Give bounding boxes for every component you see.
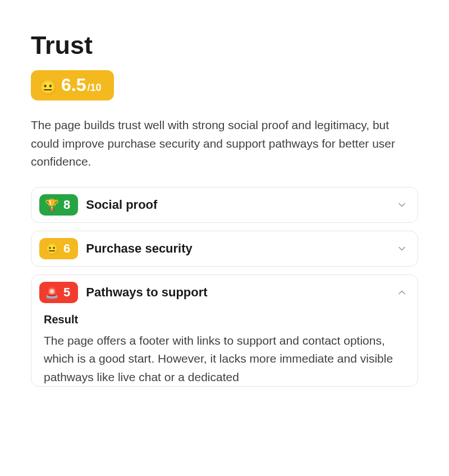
result-text: The page offers a footer with links to s… bbox=[44, 332, 405, 387]
chevron-up-icon bbox=[396, 287, 407, 298]
criterion-purchase-security: 😐 6 Purchase security bbox=[31, 231, 418, 267]
criterion-social-proof: 🏆 8 Social proof bbox=[31, 187, 418, 223]
page-title: Trust bbox=[31, 31, 418, 60]
criterion-header[interactable]: 😐 6 Purchase security bbox=[31, 231, 418, 266]
score-value: 8 bbox=[63, 198, 70, 212]
neutral-face-icon: 😐 bbox=[45, 242, 59, 255]
criterion-label: Pathways to support bbox=[86, 285, 396, 300]
overall-score-badge: 😐 6.5 /10 bbox=[31, 70, 114, 100]
chevron-down-icon bbox=[396, 243, 407, 254]
score-value: 5 bbox=[63, 285, 70, 300]
result-heading: Result bbox=[44, 313, 405, 326]
score-chip: 😐 6 bbox=[39, 238, 78, 259]
score-chip: 🏆 8 bbox=[39, 194, 78, 216]
criterion-body: Result The page offers a footer with lin… bbox=[31, 310, 418, 387]
criterion-pathways-to-support: 🚨 5 Pathways to support Result The page … bbox=[31, 274, 418, 387]
criterion-header[interactable]: 🚨 5 Pathways to support bbox=[31, 275, 418, 310]
trophy-icon: 🏆 bbox=[45, 198, 59, 212]
trust-description: The page builds trust well with strong s… bbox=[31, 116, 418, 171]
score-value: 6 bbox=[63, 241, 70, 256]
neutral-face-icon: 😐 bbox=[39, 79, 57, 96]
score-chip: 🚨 5 bbox=[39, 282, 78, 303]
overall-score-max: /10 bbox=[87, 82, 101, 94]
overall-score-value: 6.5 bbox=[61, 76, 86, 94]
rotating-light-icon: 🚨 bbox=[45, 286, 59, 299]
criterion-label: Purchase security bbox=[86, 241, 396, 256]
criterion-header[interactable]: 🏆 8 Social proof bbox=[31, 187, 418, 222]
criterion-label: Social proof bbox=[86, 198, 396, 212]
chevron-down-icon bbox=[396, 199, 407, 210]
